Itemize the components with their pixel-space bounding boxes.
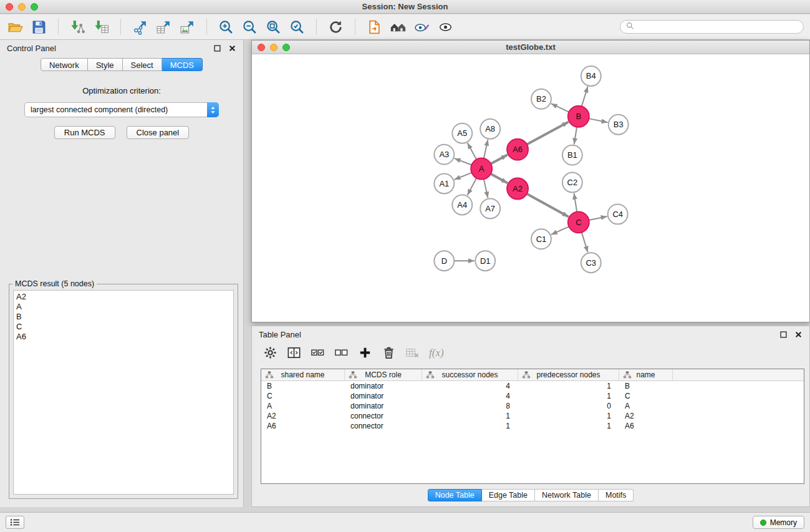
tab-mcds[interactable]: MCDS: [162, 58, 203, 71]
network-canvas[interactable]: B4B2BB3A5A8A6B1A3AC2A1A2A4A7C4CC1C3DD1: [252, 55, 809, 322]
node-C3[interactable]: C3: [581, 253, 601, 273]
node-B3[interactable]: B3: [609, 115, 629, 135]
edge-A2-C[interactable]: [527, 194, 569, 217]
search-box[interactable]: [620, 20, 804, 34]
node-A7[interactable]: A7: [480, 198, 500, 218]
table-row[interactable]: A6connector11A6: [261, 421, 804, 431]
network-zoom-button[interactable]: [282, 44, 290, 51]
network-window-titlebar[interactable]: testGlobe.txt: [252, 41, 809, 54]
edge-C-C3[interactable]: [582, 233, 588, 253]
node-A3[interactable]: A3: [434, 145, 454, 165]
node-C2[interactable]: C2: [562, 173, 582, 193]
node-A4[interactable]: A4: [452, 195, 472, 215]
result-item[interactable]: C: [14, 322, 233, 332]
window-titlebar[interactable]: Session: New Session: [0, 0, 810, 14]
import-network-icon[interactable]: [69, 18, 87, 36]
edge-B-B2[interactable]: [551, 104, 569, 112]
mcds-result-list[interactable]: A2ABCA6: [13, 290, 234, 495]
node-B1[interactable]: B1: [562, 145, 582, 165]
tab-network-table[interactable]: Network Table: [535, 489, 599, 501]
node-D[interactable]: D: [434, 251, 454, 271]
node-D1[interactable]: D1: [475, 251, 495, 271]
network-close-button[interactable]: [258, 44, 265, 51]
eye-marker-icon[interactable]: [413, 18, 431, 36]
network-minimize-button[interactable]: [270, 44, 277, 51]
tab-style[interactable]: Style: [88, 58, 123, 71]
save-session-icon[interactable]: [30, 18, 48, 36]
float-control-panel-icon[interactable]: [214, 44, 221, 52]
columns-icon[interactable]: [287, 346, 301, 360]
select-all-icon[interactable]: [311, 346, 325, 360]
column-header-name[interactable]: name: [619, 369, 673, 380]
tab-motifs[interactable]: Motifs: [599, 489, 634, 501]
float-table-panel-icon[interactable]: [780, 331, 788, 338]
edge-A-A3[interactable]: [455, 158, 472, 165]
node-A5[interactable]: A5: [452, 123, 472, 143]
delete-icon[interactable]: [382, 346, 396, 360]
tab-edge-table[interactable]: Edge Table: [482, 489, 535, 501]
add-icon[interactable]: [358, 346, 372, 360]
minimize-window-button[interactable]: [18, 3, 26, 11]
settings-icon[interactable]: [263, 346, 277, 360]
result-item[interactable]: B: [14, 312, 233, 322]
open-document-icon[interactable]: [365, 18, 383, 36]
table-row[interactable]: Adominator80A: [261, 401, 804, 411]
tab-network[interactable]: Network: [41, 58, 88, 71]
memory-button[interactable]: Memory: [753, 516, 804, 529]
result-item[interactable]: A6: [14, 332, 233, 342]
node-C4[interactable]: C4: [608, 204, 628, 224]
table-row[interactable]: Cdominator41C: [261, 391, 804, 401]
import-table-icon[interactable]: [92, 18, 110, 36]
run-mcds-button[interactable]: Run MCDS: [54, 126, 115, 139]
zoom-in-icon[interactable]: [217, 18, 235, 36]
edge-A-A4[interactable]: [467, 178, 476, 196]
edge-A6-B[interactable]: [527, 122, 569, 145]
zoom-window-button[interactable]: [31, 3, 38, 11]
result-item[interactable]: A2: [14, 292, 233, 302]
result-item[interactable]: A: [14, 302, 233, 312]
optimization-dropdown[interactable]: largest connected component (directed): [24, 102, 219, 117]
node-B2[interactable]: B2: [531, 89, 551, 109]
edge-B-B1[interactable]: [574, 127, 577, 145]
deselect-all-icon[interactable]: [334, 346, 349, 360]
node-A6[interactable]: A6: [507, 139, 528, 160]
edge-A-A7[interactable]: [484, 179, 488, 198]
node-A[interactable]: A: [471, 158, 492, 180]
network-window[interactable]: testGlobe.txt B4B2BB3A5A8A6B1A3AC2A1A2A4…: [251, 40, 810, 322]
edge-A-A6[interactable]: [491, 155, 508, 163]
edge-A-A2[interactable]: [491, 174, 508, 183]
fx-icon[interactable]: f(x): [429, 346, 444, 360]
table-row[interactable]: Bdominator41B: [261, 381, 804, 391]
export-network-icon[interactable]: [131, 18, 149, 36]
edge-C-C1[interactable]: [551, 226, 569, 235]
column-header-successor-nodes[interactable]: successor nodes: [422, 369, 518, 380]
node-A8[interactable]: A8: [480, 119, 500, 139]
show-panels-menu-icon[interactable]: [6, 516, 24, 529]
delete-table-icon[interactable]: [405, 346, 420, 360]
zoom-out-icon[interactable]: [241, 18, 259, 36]
edge-C-C4[interactable]: [589, 216, 607, 220]
table-row[interactable]: A2connector11A2: [261, 411, 804, 421]
zoom-selected-icon[interactable]: [288, 18, 306, 36]
column-header-MCDS-role[interactable]: MCDS role: [345, 369, 422, 380]
search-input[interactable]: [637, 22, 798, 32]
edge-A-A5[interactable]: [468, 143, 476, 160]
node-A2[interactable]: A2: [507, 178, 528, 200]
refresh-icon[interactable]: [327, 18, 345, 36]
dropdown-stepper-icon[interactable]: [207, 102, 219, 117]
node-A1[interactable]: A1: [434, 174, 454, 194]
edge-C-C2[interactable]: [574, 193, 577, 212]
node-C1[interactable]: C1: [531, 229, 551, 249]
edge-B-B4[interactable]: [582, 87, 588, 107]
edge-A-A1[interactable]: [455, 173, 472, 180]
node-C[interactable]: C: [568, 211, 589, 233]
network-svg[interactable]: B4B2BB3A5A8A6B1A3AC2A1A2A4A7C4CC1C3DD1: [252, 55, 809, 322]
export-table-icon[interactable]: [155, 18, 173, 36]
edge-A-A8[interactable]: [484, 140, 488, 158]
export-image-icon[interactable]: [178, 18, 196, 36]
open-file-icon[interactable]: [6, 18, 24, 36]
node-B4[interactable]: B4: [581, 66, 601, 86]
column-header-shared-name[interactable]: shared name: [261, 369, 345, 380]
close-window-button[interactable]: [6, 3, 13, 11]
zoom-fit-icon[interactable]: [264, 18, 282, 36]
